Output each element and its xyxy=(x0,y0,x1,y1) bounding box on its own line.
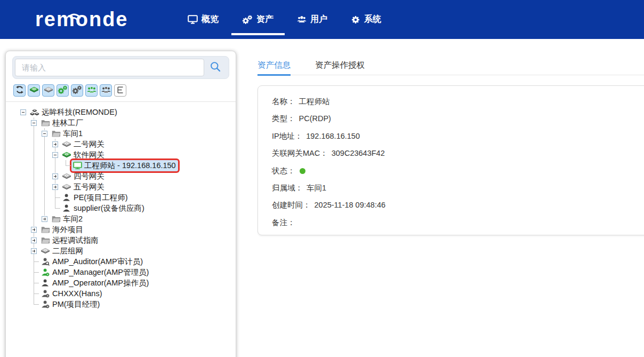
tree-guide xyxy=(18,160,29,171)
detail-value: PC(RDP) xyxy=(299,114,331,123)
tree-guide xyxy=(18,149,29,160)
tree-guide xyxy=(18,256,29,267)
nav-tab[interactable]: 概览 xyxy=(187,0,220,39)
tree-row: supplier(设备供应商) xyxy=(18,203,234,213)
tree-guide xyxy=(29,149,39,160)
detail-label: 名称： xyxy=(272,97,295,106)
tree-node[interactable]: 四号网关 xyxy=(61,171,107,182)
tree-node-label: 车间1 xyxy=(63,129,83,139)
folder-icon xyxy=(41,119,50,126)
tree-row: AMP_Manager(AMP管理员) xyxy=(18,267,234,277)
tree-expander-plus-icon[interactable] xyxy=(31,248,37,254)
tree-guide xyxy=(18,299,29,310)
tree-node-label: 二号网关 xyxy=(74,139,104,149)
tree-node[interactable]: 二号网关 xyxy=(61,139,107,150)
tree-guide xyxy=(18,128,29,139)
tree-expander-minus-icon[interactable] xyxy=(20,109,26,115)
cluster-icon xyxy=(30,109,39,116)
nav-tab[interactable]: 用户 xyxy=(296,0,328,39)
tree-expander-plus-icon[interactable] xyxy=(31,227,37,233)
user-gear-gray-icon xyxy=(41,300,50,308)
tree-row: 车间1 xyxy=(18,128,234,139)
gateway-gray-icon xyxy=(62,183,71,191)
tree-node[interactable]: 二层组网 xyxy=(39,245,85,257)
users-icon xyxy=(297,15,307,23)
toolbar-asset-offline-button[interactable] xyxy=(42,84,54,97)
tree-expander-minus-icon[interactable] xyxy=(42,131,47,137)
tree-node[interactable]: PM(项目经理) xyxy=(39,299,102,310)
tree-connector xyxy=(29,299,39,310)
nav-tab[interactable]: 资产 xyxy=(241,0,275,39)
tree-node[interactable]: 车间1 xyxy=(50,128,85,139)
tree-connector xyxy=(50,203,61,213)
tree-expander-plus-icon[interactable] xyxy=(52,173,58,179)
search-button[interactable] xyxy=(204,59,227,76)
toolbar-gateway-online-button[interactable] xyxy=(57,84,69,97)
asset-tree: 远眸科技(REMONDE)桂林工厂车间1二号网关软件网关工程师站 - 192.1… xyxy=(6,102,236,314)
tree-guide xyxy=(18,267,29,277)
tree-row: PE(项目工程师) xyxy=(18,192,234,203)
search-icon xyxy=(210,61,221,74)
logo: remonde xyxy=(35,5,128,33)
tree-node[interactable]: 五号网关 xyxy=(61,181,107,193)
toolbar-asset-online-button[interactable] xyxy=(28,84,40,97)
main-tab[interactable]: 资产操作授权 xyxy=(315,55,365,75)
tree-node[interactable]: PE(项目工程师) xyxy=(61,192,130,203)
toolbar-users-offline-button[interactable] xyxy=(100,84,112,97)
detail-row: 创建时间：2025-11-18 09:48:46 xyxy=(272,196,644,213)
gateway-green-icon xyxy=(62,151,71,158)
tree-node-label: 桂林工厂 xyxy=(52,118,83,128)
search-input[interactable] xyxy=(15,59,204,76)
toolbar-gateway-offline-button[interactable] xyxy=(71,84,83,97)
tree-node[interactable]: supplier(设备供应商) xyxy=(61,203,147,214)
nav-tab-label: 用户 xyxy=(310,14,327,25)
folder-icon xyxy=(41,236,50,244)
toolbar-users-online-button[interactable] xyxy=(85,84,98,97)
tree-connector xyxy=(18,107,29,117)
tree-node[interactable]: AMP_Manager(AMP管理员) xyxy=(39,267,151,278)
tree-node[interactable]: 远眸科技(REMONDE) xyxy=(29,107,119,118)
tree-expander-minus-icon[interactable] xyxy=(31,120,37,126)
tree-node-label: CHXXX(Hans) xyxy=(52,289,102,298)
main-tab[interactable]: 资产信息 xyxy=(257,55,291,75)
tree-guide xyxy=(39,139,50,149)
tree-node[interactable]: AMP_Operator(AMP操作员) xyxy=(39,277,151,289)
tree-node[interactable]: 海外项目 xyxy=(39,224,85,235)
toolbar-refresh-button[interactable] xyxy=(13,84,26,97)
user-search-icon xyxy=(41,257,50,266)
gateway-offline-icon xyxy=(72,85,82,96)
user-gear-gray-icon xyxy=(41,289,50,298)
folder-icon xyxy=(51,130,61,137)
tree-row: AMP_Operator(AMP操作员) xyxy=(18,277,234,288)
tree-node-label: 远眸科技(REMONDE) xyxy=(42,107,117,117)
detail-value: 车间1 xyxy=(307,184,326,192)
tree-node[interactable]: 远程调试指南 xyxy=(39,235,101,246)
tree-node-label: 四号网关 xyxy=(74,171,104,181)
tree-expander-plus-icon[interactable] xyxy=(31,237,37,243)
tree-row: PM(项目经理) xyxy=(18,299,234,310)
tree-guide xyxy=(29,160,39,171)
tree-connector xyxy=(50,192,61,203)
monitor-icon xyxy=(188,15,198,24)
nav-tab[interactable]: 系统 xyxy=(350,0,382,39)
tree-guide xyxy=(18,213,29,224)
tree-row: 四号网关 xyxy=(18,171,234,181)
tree-guide xyxy=(18,288,29,299)
tree-node[interactable]: 桂林工厂 xyxy=(39,117,85,129)
tree-node[interactable]: 工程师站 - 192.168.16.150 xyxy=(71,160,178,171)
tree-expander-plus-icon[interactable] xyxy=(52,141,58,147)
tree-expander-minus-icon[interactable] xyxy=(52,152,58,158)
detail-label: 归属域： xyxy=(272,184,303,192)
tree-node[interactable]: CHXXX(Hans) xyxy=(39,289,104,298)
folder-icon xyxy=(41,226,50,233)
nav-tab-label: 资产 xyxy=(256,14,273,25)
tree-expander-plus-icon[interactable] xyxy=(42,216,47,222)
gear-icon xyxy=(351,15,360,25)
tree-expander-plus-icon[interactable] xyxy=(52,184,58,190)
tree-node[interactable]: 软件网关 xyxy=(61,149,107,161)
tree-node[interactable]: 车间2 xyxy=(50,213,85,225)
tree-node[interactable]: AMP_Auditor(AMP审计员) xyxy=(39,256,145,267)
folder-icon xyxy=(51,215,61,223)
toolbar-tree-collapse-button[interactable] xyxy=(114,84,126,97)
tree-guide xyxy=(50,160,61,171)
